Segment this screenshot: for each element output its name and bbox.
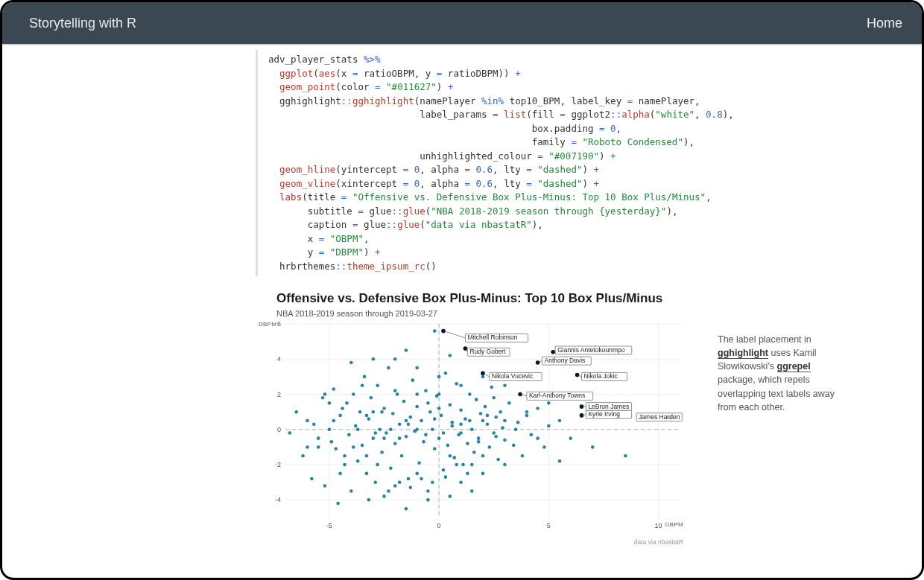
svg-point-169 — [503, 419, 507, 423]
svg-point-132 — [306, 445, 309, 449]
svg-point-81 — [466, 442, 469, 445]
svg-point-63 — [426, 489, 430, 493]
svg-point-37 — [370, 396, 373, 400]
note-term-ggrepel: ggrepel — [777, 361, 811, 372]
svg-point-142 — [405, 419, 408, 423]
svg-point-185 — [547, 401, 551, 405]
svg-point-160 — [424, 433, 428, 437]
svg-point-157 — [398, 436, 402, 440]
svg-point-147 — [459, 383, 463, 387]
svg-point-43 — [382, 407, 386, 410]
svg-point-15 — [306, 419, 309, 423]
svg-point-190 — [459, 422, 463, 426]
svg-point-187 — [393, 357, 397, 361]
svg-point-178 — [387, 489, 390, 493]
svg-point-47 — [391, 412, 395, 415]
svg-point-103 — [525, 414, 529, 418]
svg-point-98 — [503, 439, 507, 442]
svg-point-72 — [446, 444, 450, 447]
svg-point-161 — [433, 417, 437, 421]
svg-point-128 — [459, 480, 463, 484]
svg-point-40 — [376, 383, 379, 387]
svg-point-166 — [477, 440, 481, 444]
svg-point-196 — [463, 346, 468, 351]
svg-point-106 — [542, 445, 546, 449]
svg-point-65 — [431, 428, 434, 432]
svg-point-68 — [437, 436, 441, 440]
nav-home-link[interactable]: Home — [867, 16, 902, 31]
svg-text:-2: -2 — [275, 461, 281, 468]
svg-point-76 — [455, 382, 458, 386]
code-block: adv_player_stats %>% ggplot(aes(x = rati… — [256, 50, 715, 276]
svg-point-42 — [380, 450, 384, 454]
svg-point-112 — [367, 498, 371, 502]
svg-point-21 — [332, 387, 335, 391]
svg-point-135 — [330, 440, 334, 444]
svg-text:2: 2 — [277, 391, 281, 398]
brand-title[interactable]: Storytelling with R — [29, 16, 136, 31]
svg-point-148 — [470, 463, 474, 467]
svg-point-114 — [405, 507, 408, 511]
svg-point-105 — [536, 407, 539, 410]
svg-point-88 — [481, 472, 485, 476]
y-axis-label: DBPM — [259, 321, 276, 328]
svg-text:Rudy Gobert: Rudy Gobert — [469, 348, 506, 355]
note-text: package, which repels overlapping text l… — [718, 375, 835, 412]
svg-point-162 — [442, 431, 446, 435]
svg-point-31 — [356, 459, 360, 463]
svg-point-191 — [481, 454, 485, 458]
svg-point-89 — [484, 405, 487, 409]
svg-point-49 — [396, 392, 399, 396]
svg-point-64 — [428, 410, 432, 414]
svg-text:Mitchell Robinson: Mitchell Robinson — [467, 334, 517, 341]
svg-point-177 — [420, 477, 423, 481]
svg-point-129 — [481, 375, 485, 379]
svg-point-74 — [450, 424, 454, 428]
svg-point-75 — [452, 456, 456, 459]
svg-point-33 — [361, 444, 364, 447]
svg-text:Anthony Davis: Anthony Davis — [545, 357, 586, 364]
svg-point-61 — [422, 440, 425, 444]
svg-point-16 — [310, 477, 314, 481]
svg-point-35 — [365, 472, 369, 476]
svg-point-149 — [481, 419, 485, 423]
svg-point-164 — [459, 431, 463, 435]
svg-point-121 — [449, 354, 452, 357]
svg-point-62 — [424, 389, 428, 393]
svg-point-134 — [323, 392, 327, 396]
svg-point-92 — [490, 386, 493, 389]
svg-line-193 — [443, 331, 465, 337]
svg-text:-5: -5 — [326, 522, 332, 529]
chart-subtitle: NBA 2018-2019 season through 2019-03-27 — [276, 309, 688, 318]
svg-point-69 — [440, 414, 443, 418]
svg-point-151 — [503, 463, 507, 467]
svg-point-113 — [382, 494, 386, 498]
svg-point-54 — [407, 477, 411, 481]
svg-point-150 — [492, 396, 496, 400]
svg-point-38 — [371, 436, 375, 440]
svg-point-14 — [301, 454, 305, 458]
svg-point-86 — [477, 436, 481, 440]
svg-point-154 — [373, 431, 377, 435]
svg-point-139 — [371, 410, 375, 414]
svg-point-172 — [431, 480, 434, 484]
svg-point-27 — [347, 433, 351, 437]
svg-point-145 — [437, 392, 441, 396]
svg-point-131 — [514, 428, 518, 432]
svg-point-41 — [378, 428, 382, 432]
svg-point-138 — [361, 383, 364, 387]
svg-point-126 — [415, 366, 419, 370]
svg-point-117 — [470, 489, 474, 493]
svg-point-102 — [521, 454, 525, 458]
svg-point-163 — [450, 421, 454, 424]
svg-point-79 — [461, 463, 465, 467]
svg-point-59 — [417, 461, 421, 465]
svg-text:LeBron James: LeBron James — [588, 403, 629, 410]
svg-point-17 — [317, 436, 320, 440]
svg-point-84 — [472, 450, 476, 454]
svg-point-176 — [409, 486, 413, 490]
svg-text:Kyrie Irving: Kyrie Irving — [588, 410, 620, 418]
svg-point-26 — [345, 401, 349, 405]
svg-point-136 — [341, 407, 344, 410]
svg-point-168 — [494, 435, 498, 439]
